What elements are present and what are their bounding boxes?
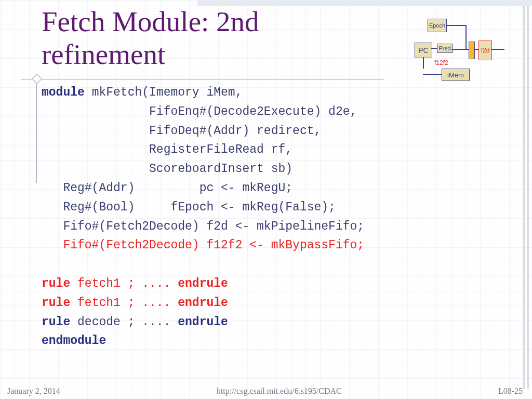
code-l2: FifoEnq#(Decode2Execute) d2e, xyxy=(42,105,357,118)
diagram-imem-box: iMem xyxy=(442,69,470,81)
diagram-fifo-bar xyxy=(469,42,475,59)
code-l8: Fifo#(Fetch2Decode) f2d <- mkPipelineFif… xyxy=(42,220,364,233)
arrow-pc-down xyxy=(423,57,424,69)
rule-2-body: fetch1 ; .... xyxy=(70,296,178,310)
rule-3-body: decode ; .... xyxy=(70,315,178,329)
footer-date: January 2, 2014 xyxy=(7,387,60,396)
slide-title: Fetch Module: 2nd refinement xyxy=(42,5,259,71)
kw-endrule-3: endrule xyxy=(178,315,228,329)
arrow-epoch-in xyxy=(446,25,467,26)
kw-endmodule: endmodule xyxy=(42,334,106,348)
kw-endrule-1: endrule xyxy=(178,277,228,290)
footer-pageref: L08-25 xyxy=(498,387,523,396)
diagram-pc-box: PC xyxy=(415,43,432,58)
code-l9: Fifo#(Fetch2Decode) f12f2 <- mkBypassFif… xyxy=(42,238,364,252)
arrow-pred-to-pc xyxy=(431,48,437,49)
kw-rule-1: rule xyxy=(42,277,70,290)
kw-rule-3: rule xyxy=(42,315,70,329)
kw-endrule-2: endrule xyxy=(178,296,228,310)
kw-rule-2: rule xyxy=(42,296,70,310)
code-l3: FifoDeq#(Addr) redirect, xyxy=(42,124,321,138)
diagram-epoch-box: Epoch xyxy=(428,19,447,32)
code-block: module mkFetch(Imemory iMem, FifoEnq#(De… xyxy=(42,83,511,351)
code-l7: Reg#(Bool) fEpoch <- mkReg(False); xyxy=(42,201,336,214)
code-l5: ScoreboardInsert sb) xyxy=(42,162,292,176)
arrow-epoch-down xyxy=(466,25,467,50)
arrow-bar-to-f2d xyxy=(474,49,478,50)
title-line-2: refinement xyxy=(42,38,165,70)
pipeline-diagram: Epoch PC Pred iMem f2d f12f2 xyxy=(414,11,517,84)
arrow-pred-to-bar xyxy=(451,49,469,50)
code-l4: RegisterFileRead rf, xyxy=(42,143,292,156)
side-decoration xyxy=(523,6,529,389)
diagram-f12f2-label: f12f2 xyxy=(434,59,448,66)
arrow-f2d-out xyxy=(491,49,504,50)
rule-1-body: fetch1 ; .... xyxy=(70,277,178,290)
diagram-pred-box: Pred xyxy=(437,44,453,53)
code-l6: Reg#(Addr) pc <- mkRegU; xyxy=(42,181,292,195)
diagram-f2d-box: f2d xyxy=(478,41,492,60)
slide-footer: January 2, 2014 http://csg.csail.mit.edu… xyxy=(7,387,523,396)
code-l1: mkFetch(Imemory iMem, xyxy=(85,86,243,99)
arrow-to-imem xyxy=(423,74,442,75)
kw-module: module xyxy=(42,86,85,99)
title-line-1: Fetch Module: 2nd xyxy=(42,6,259,37)
footer-url: http://csg.csail.mit.edu/6.s195/CDAC xyxy=(217,387,342,396)
